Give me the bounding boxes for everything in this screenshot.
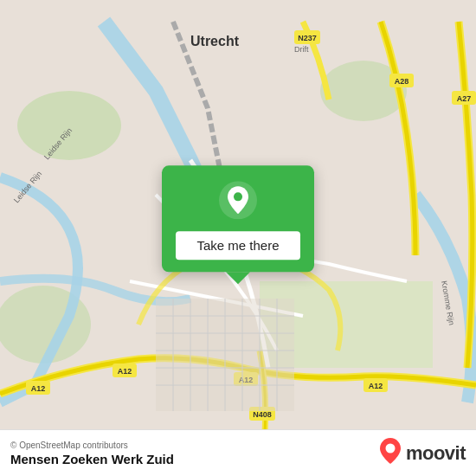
svg-text:A12: A12 [369, 382, 383, 390]
osm-attribution: © OpenStreetMap contributors [10, 441, 174, 450]
popup-card: Take me there [162, 165, 314, 272]
svg-text:A12: A12 [118, 367, 132, 376]
svg-text:A27: A27 [457, 94, 472, 103]
svg-text:A12: A12 [31, 384, 46, 393]
moovit-logo: moovit [378, 437, 466, 470]
svg-point-41 [385, 443, 395, 453]
map-container: A12 A12 A12 A12 N408 A28 A27 N237 [0, 0, 476, 476]
footer-bar: © OpenStreetMap contributors Mensen Zoek… [0, 429, 476, 476]
svg-text:Utrecht: Utrecht [190, 34, 240, 48]
svg-text:N237: N237 [298, 34, 317, 42]
location-name: Mensen Zoeken Werk Zuid [10, 452, 174, 466]
moovit-brand-text: moovit [406, 442, 466, 465]
take-me-there-button[interactable]: Take me there [176, 231, 300, 260]
svg-text:N408: N408 [253, 410, 272, 419]
svg-point-1 [17, 91, 121, 160]
svg-text:Drift: Drift [294, 45, 309, 54]
location-pin-icon [219, 181, 257, 219]
footer-left: © OpenStreetMap contributors Mensen Zoek… [10, 441, 174, 466]
moovit-pin-icon [378, 437, 402, 470]
svg-text:A28: A28 [395, 77, 409, 86]
svg-point-40 [234, 192, 242, 201]
